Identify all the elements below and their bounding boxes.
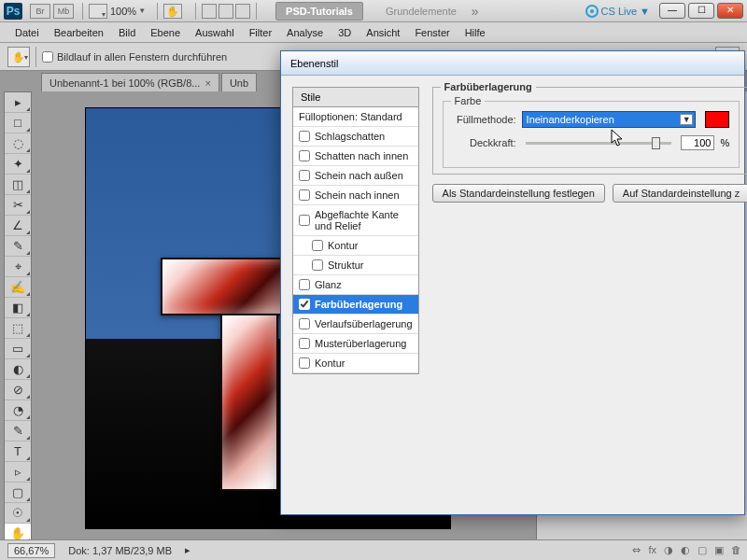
reset-default-button[interactable]: Auf Standardeinstellung z bbox=[613, 184, 747, 203]
hand-tool-button[interactable]: ✋ bbox=[163, 4, 182, 19]
trash-icon[interactable]: 🗑 bbox=[731, 544, 741, 556]
bridge-button[interactable]: Br bbox=[30, 4, 50, 19]
tool-button-3[interactable]: ✦ bbox=[5, 154, 31, 175]
effect-row-schein-nach-au-en[interactable]: Schein nach außen bbox=[293, 166, 418, 186]
effect-row-kontur[interactable]: Kontur bbox=[293, 354, 418, 373]
minibridge-button[interactable]: Mb bbox=[53, 4, 74, 19]
effect-row-schlagschatten[interactable]: Schlagschatten bbox=[293, 127, 418, 147]
adjustment-icon[interactable]: ◐ bbox=[681, 544, 690, 556]
chevron-right-icon[interactable]: ▸ bbox=[185, 544, 190, 556]
effect-checkbox[interactable] bbox=[299, 357, 310, 369]
effect-checkbox[interactable] bbox=[299, 170, 310, 181]
arrange-docs-button[interactable] bbox=[89, 4, 107, 19]
blending-options-row[interactable]: Fülloptionen: Standard bbox=[293, 107, 418, 127]
menu-fenster[interactable]: Fenster bbox=[407, 27, 457, 38]
tool-button-20[interactable]: ☉ bbox=[5, 503, 31, 524]
tool-button-8[interactable]: ⌖ bbox=[5, 257, 31, 277]
tool-button-2[interactable]: ◌ bbox=[5, 133, 31, 154]
tool-button-0[interactable]: ▸ bbox=[5, 92, 31, 113]
menu-analyse[interactable]: Analyse bbox=[279, 27, 331, 38]
tool-button-13[interactable]: ◐ bbox=[5, 359, 31, 380]
menu-bild[interactable]: Bild bbox=[111, 27, 143, 38]
effect-checkbox[interactable] bbox=[299, 189, 310, 201]
tool-button-19[interactable]: ▢ bbox=[5, 483, 31, 503]
tool-button-6[interactable]: ∠ bbox=[5, 216, 31, 236]
tool-button-9[interactable]: ✍ bbox=[5, 277, 31, 298]
screen-mode-3[interactable] bbox=[235, 4, 250, 19]
tool-button-18[interactable]: ▹ bbox=[5, 462, 31, 483]
folder-icon[interactable]: ▢ bbox=[698, 544, 707, 556]
screen-mode-2[interactable] bbox=[218, 4, 233, 19]
zoom-level-label[interactable]: 100% bbox=[110, 6, 136, 17]
effect-row-abgeflachte-kante-und-relief[interactable]: Abgeflachte Kante und Relief bbox=[293, 205, 418, 236]
effect-row-schein-nach-innen[interactable]: Schein nach innen bbox=[293, 186, 418, 205]
effect-checkbox[interactable] bbox=[299, 318, 310, 329]
new-icon[interactable]: ▣ bbox=[714, 544, 724, 556]
menu-ebene[interactable]: Ebene bbox=[143, 27, 188, 38]
expand-workspaces-icon[interactable]: » bbox=[472, 4, 479, 19]
effect-row-struktur[interactable]: Struktur bbox=[293, 256, 418, 275]
effect-checkbox[interactable] bbox=[299, 279, 310, 290]
effect-checkbox[interactable] bbox=[299, 131, 310, 142]
workspace-active[interactable]: PSD-Tutorials bbox=[275, 2, 363, 21]
tool-button-14[interactable]: ⊘ bbox=[5, 380, 31, 400]
effect-row-schatten-nach-innen[interactable]: Schatten nach innen bbox=[293, 147, 418, 166]
effect-checkbox[interactable] bbox=[299, 299, 310, 310]
fx-icon[interactable]: fx bbox=[648, 544, 656, 556]
tool-button-16[interactable]: ✎ bbox=[5, 421, 31, 441]
current-tool-indicator[interactable]: ✋ bbox=[7, 47, 30, 67]
tool-button-17[interactable]: T bbox=[5, 441, 31, 462]
tool-button-4[interactable]: ◫ bbox=[5, 175, 31, 195]
tool-button-5[interactable]: ✂ bbox=[5, 195, 31, 216]
link-icon[interactable]: ⇔ bbox=[632, 544, 641, 556]
doc-tab-1[interactable]: Unbenannt-1 bei 100% (RGB/8... × bbox=[41, 73, 219, 91]
effect-checkbox[interactable] bbox=[312, 259, 323, 271]
chevron-down-icon[interactable]: ▼ bbox=[680, 114, 693, 125]
opacity-slider[interactable] bbox=[526, 142, 672, 145]
effect-row-kontur[interactable]: Kontur bbox=[293, 236, 418, 256]
menu-datei[interactable]: Datei bbox=[7, 27, 47, 38]
menu-filter[interactable]: Filter bbox=[242, 27, 279, 38]
dialog-title[interactable]: Ebenenstil bbox=[281, 51, 744, 76]
blend-mode-select[interactable]: Ineinanderkopieren ▼ bbox=[522, 111, 697, 128]
opacity-label: Deckkraft: bbox=[453, 137, 516, 148]
tool-button-11[interactable]: ⬚ bbox=[5, 318, 31, 339]
tool-button-10[interactable]: ◧ bbox=[5, 298, 31, 318]
mask-icon[interactable]: ◑ bbox=[664, 544, 673, 556]
scroll-all-checkbox[interactable] bbox=[42, 51, 53, 63]
menu-hilfe[interactable]: Hilfe bbox=[458, 27, 493, 38]
menu-auswahl[interactable]: Auswahl bbox=[188, 27, 242, 38]
tool-button-1[interactable]: □ bbox=[5, 113, 31, 133]
menu-bearbeiten[interactable]: Bearbeiten bbox=[47, 27, 111, 38]
effect-row-muster-berlagerung[interactable]: Musterüberlagerung bbox=[293, 334, 418, 354]
minimize-button[interactable]: — bbox=[659, 3, 685, 19]
tool-button-15[interactable]: ◔ bbox=[5, 400, 31, 421]
zoom-input[interactable]: 66,67% bbox=[7, 543, 55, 558]
close-button[interactable]: ✕ bbox=[717, 3, 743, 19]
effect-checkbox[interactable] bbox=[299, 215, 310, 226]
make-default-button[interactable]: Als Standardeinstellung festlegen bbox=[432, 184, 605, 203]
effect-label: Farbüberlagerung bbox=[315, 299, 402, 310]
doc-tab-2[interactable]: Unb bbox=[221, 73, 257, 91]
menu-3d[interactable]: 3D bbox=[331, 27, 359, 38]
effect-row-farb-berlagerung[interactable]: Farbüberlagerung bbox=[293, 295, 418, 315]
cs-live-button[interactable]: CS Live ▼ bbox=[585, 5, 650, 18]
opacity-input[interactable]: 100 bbox=[681, 135, 714, 150]
tool-button-7[interactable]: ✎ bbox=[5, 236, 31, 257]
screen-mode-1[interactable] bbox=[202, 4, 217, 19]
color-swatch[interactable] bbox=[705, 111, 729, 128]
workspace-inactive[interactable]: Grundelemente bbox=[376, 3, 466, 20]
effect-checkbox[interactable] bbox=[299, 150, 310, 161]
effect-row-verlaufs-berlagerung[interactable]: Verlaufsüberlagerung bbox=[293, 315, 418, 334]
effect-checkbox[interactable] bbox=[312, 240, 323, 251]
scroll-all-windows-checkbox[interactable]: Bildlauf in allen Fenstern durchführen bbox=[42, 51, 227, 63]
close-icon[interactable]: × bbox=[204, 77, 210, 89]
menu-ansicht[interactable]: Ansicht bbox=[359, 27, 407, 38]
chevron-down-icon[interactable]: ▼ bbox=[138, 7, 146, 15]
effect-row-glanz[interactable]: Glanz bbox=[293, 275, 418, 295]
maximize-button[interactable]: ☐ bbox=[688, 3, 714, 19]
slider-thumb[interactable] bbox=[652, 137, 660, 149]
effect-checkbox[interactable] bbox=[299, 338, 310, 349]
tool-button-12[interactable]: ▭ bbox=[5, 339, 31, 359]
styles-header[interactable]: Stile bbox=[292, 87, 419, 107]
